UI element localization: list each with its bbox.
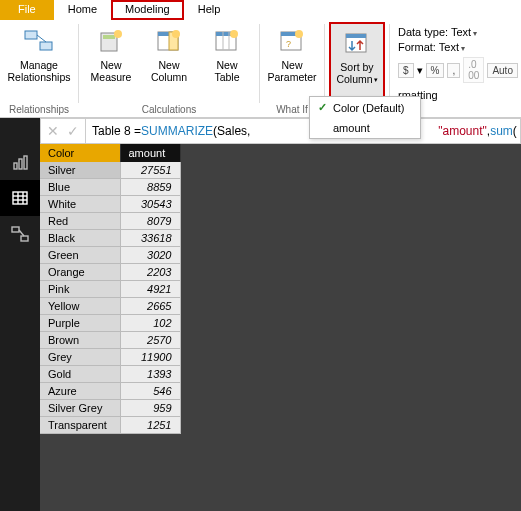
commit-formula-icon[interactable]: ✓ (67, 123, 79, 139)
table-row[interactable]: Silver Grey959 (40, 400, 180, 417)
measure-icon (95, 26, 127, 56)
view-switcher (0, 144, 40, 511)
dropdown-item-label: Color (Default) (333, 102, 405, 114)
cell-color[interactable]: Red (40, 213, 120, 230)
decimals-stepper[interactable]: .000 (463, 57, 484, 83)
formula-bar: ✕ ✓ Table 8 = SUMMARIZE(Sales, "amount",… (0, 118, 521, 144)
cell-amount[interactable]: 1251 (120, 417, 180, 434)
menu-file[interactable]: File (0, 0, 54, 20)
table-row[interactable]: Orange2203 (40, 264, 180, 281)
dropdown-item-amount[interactable]: amount (310, 118, 420, 138)
model-view-button[interactable] (0, 216, 40, 252)
svg-point-5 (114, 30, 122, 38)
svg-rect-0 (25, 31, 37, 39)
cell-color[interactable]: Brown (40, 332, 120, 349)
table-row[interactable]: Green3020 (40, 247, 180, 264)
table-row[interactable]: Black33618 (40, 230, 180, 247)
table-row[interactable]: Purple102 (40, 315, 180, 332)
cell-amount[interactable]: 11900 (120, 349, 180, 366)
new-measure-button[interactable]: New Measure (83, 22, 139, 103)
table-row[interactable]: Silver27551 (40, 162, 180, 179)
cancel-formula-icon[interactable]: ✕ (47, 123, 59, 139)
svg-point-14 (230, 30, 238, 38)
menu-help[interactable]: Help (184, 0, 235, 20)
format-value[interactable]: Text (439, 41, 459, 53)
cell-amount[interactable]: 8859 (120, 179, 180, 196)
svg-point-9 (172, 30, 180, 38)
dropdown-item-label: amount (333, 122, 370, 134)
cell-amount[interactable]: 8079 (120, 213, 180, 230)
group-relationships: Relationships (4, 103, 74, 117)
dropdown-item-color-default[interactable]: ✓ Color (Default) (310, 97, 420, 118)
table-row[interactable]: Brown2570 (40, 332, 180, 349)
new-measure-label: New Measure (91, 59, 132, 83)
cell-color[interactable]: Transparent (40, 417, 120, 434)
table-row[interactable]: White30543 (40, 196, 180, 213)
table-row[interactable]: Grey11900 (40, 349, 180, 366)
cell-amount[interactable]: 33618 (120, 230, 180, 247)
table-row[interactable]: Transparent1251 (40, 417, 180, 434)
thousands-button[interactable]: , (447, 63, 460, 78)
manage-relationships-button[interactable]: Manage Relationships (4, 22, 74, 103)
cell-color[interactable]: Silver (40, 162, 120, 179)
menu-home[interactable]: Home (54, 0, 111, 20)
sort-by-column-button[interactable]: Sort by Column▾ (329, 22, 385, 103)
cell-color[interactable]: Black (40, 230, 120, 247)
cell-color[interactable]: Azure (40, 383, 120, 400)
datatype-value[interactable]: Text (451, 26, 471, 38)
new-parameter-button[interactable]: ? New Parameter (264, 22, 320, 103)
new-table-button[interactable]: New Table (199, 22, 255, 103)
cell-color[interactable]: Pink (40, 281, 120, 298)
report-view-button[interactable] (0, 144, 40, 180)
svg-rect-22 (19, 159, 22, 169)
new-column-button[interactable]: New Column (141, 22, 197, 103)
cell-color[interactable]: Yellow (40, 298, 120, 315)
cell-color[interactable]: Blue (40, 179, 120, 196)
cell-color[interactable]: Silver Grey (40, 400, 120, 417)
svg-rect-23 (24, 156, 27, 169)
cell-color[interactable]: Gold (40, 366, 120, 383)
table-row[interactable]: Blue8859 (40, 179, 180, 196)
table-row[interactable]: Azure546 (40, 383, 180, 400)
cell-amount[interactable]: 2203 (120, 264, 180, 281)
cell-color[interactable]: Purple (40, 315, 120, 332)
cell-color[interactable]: Green (40, 247, 120, 264)
menu-modeling[interactable]: Modeling (111, 0, 184, 20)
cell-color[interactable]: Grey (40, 349, 120, 366)
cell-amount[interactable]: 102 (120, 315, 180, 332)
cell-amount[interactable]: 30543 (120, 196, 180, 213)
column-header-amount[interactable]: amount (120, 144, 180, 162)
cell-amount[interactable]: 2665 (120, 298, 180, 315)
check-icon: ✓ (316, 101, 328, 114)
cell-amount[interactable]: 2570 (120, 332, 180, 349)
auto-button[interactable]: Auto (487, 63, 518, 78)
table-row[interactable]: Pink4921 (40, 281, 180, 298)
formula-input[interactable]: Table 8 = SUMMARIZE(Sales, "amount", sum… (86, 118, 521, 144)
column-header-color[interactable]: Color (40, 144, 120, 162)
data-view-button[interactable] (0, 180, 40, 216)
cell-color[interactable]: Orange (40, 264, 120, 281)
table-row[interactable]: Gold1393 (40, 366, 180, 383)
table-row[interactable]: Red8079 (40, 213, 180, 230)
svg-rect-21 (14, 163, 17, 169)
svg-rect-1 (40, 42, 52, 50)
relationships-icon (23, 26, 55, 56)
group-calculations: Calculations (83, 103, 255, 117)
cell-amount[interactable]: 27551 (120, 162, 180, 179)
cell-color[interactable]: White (40, 196, 120, 213)
parameter-icon: ? (276, 26, 308, 56)
svg-rect-30 (21, 236, 28, 241)
ribbon: Manage Relationships Relationships New M… (0, 20, 521, 118)
new-column-label: New Column (151, 59, 187, 83)
cell-amount[interactable]: 959 (120, 400, 180, 417)
cell-amount[interactable]: 4921 (120, 281, 180, 298)
cell-amount[interactable]: 1393 (120, 366, 180, 383)
manage-relationships-label: Manage Relationships (7, 59, 70, 83)
cell-amount[interactable]: 546 (120, 383, 180, 400)
table-row[interactable]: Yellow2665 (40, 298, 180, 315)
new-table-label: New Table (214, 59, 239, 83)
cell-amount[interactable]: 3020 (120, 247, 180, 264)
currency-button[interactable]: $ (398, 63, 414, 78)
percent-button[interactable]: % (426, 63, 445, 78)
datatype-label: Data type: (398, 26, 451, 38)
